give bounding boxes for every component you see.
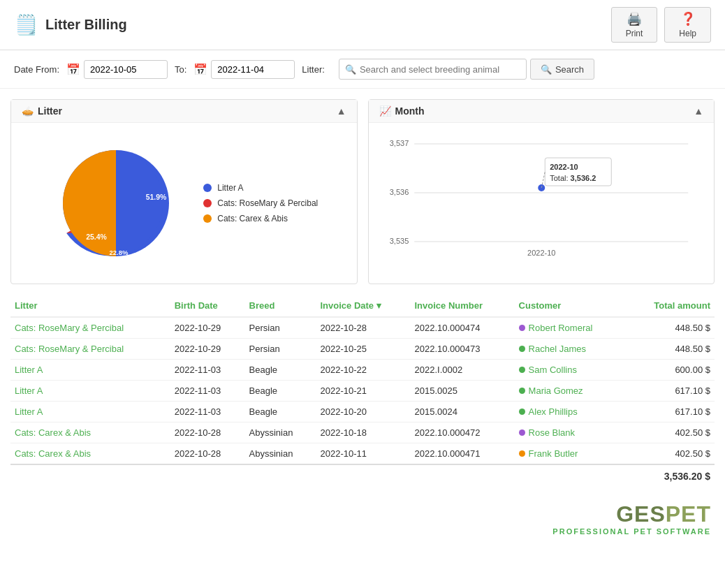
table-row: Cats: Carex & Abis 2022-10-28 Abyssinian… bbox=[10, 443, 715, 465]
cell-invoice-date: 2022-10-18 bbox=[316, 422, 410, 443]
brand-name: GESPET bbox=[552, 501, 711, 527]
cell-invoice-number: 2022.I.0002 bbox=[411, 360, 515, 381]
customer-dot bbox=[519, 409, 525, 415]
cell-invoice-date: 2022-10-28 bbox=[316, 317, 410, 339]
litter-chart-collapse[interactable]: ▲ bbox=[337, 105, 346, 117]
customer-link[interactable]: Robert Romeral bbox=[529, 323, 593, 333]
cell-birth-date: 2022-10-29 bbox=[170, 317, 245, 339]
cell-breed: Persian bbox=[245, 339, 316, 360]
litter-chart-title: 🥧 Litter bbox=[22, 105, 62, 117]
page-title: Litter Billing bbox=[45, 17, 127, 33]
cell-breed: Beagle bbox=[245, 381, 316, 402]
cell-invoice-date: 2022-10-22 bbox=[316, 360, 410, 381]
litter-link[interactable]: Litter A bbox=[15, 385, 43, 396]
customer-dot bbox=[519, 325, 525, 331]
col-breed[interactable]: Breed bbox=[245, 295, 316, 317]
total-spacer bbox=[10, 464, 627, 487]
date-to-input[interactable] bbox=[211, 60, 295, 79]
billing-table: Litter Birth Date Breed Invoice Date ▾ I… bbox=[10, 295, 715, 487]
customer-dot bbox=[519, 429, 525, 436]
table-row: Litter A 2022-11-03 Beagle 2022-10-21 20… bbox=[10, 381, 715, 402]
cell-litter: Cats: RoseMary & Percibal bbox=[10, 339, 170, 360]
cell-litter: Cats: Carex & Abis bbox=[10, 422, 170, 443]
calendar-from-icon[interactable]: 📅 bbox=[66, 63, 80, 76]
cell-total: 448.50 $ bbox=[627, 317, 715, 339]
svg-text:3,535: 3,535 bbox=[389, 237, 409, 245]
header: 🗒️ Litter Billing 🖨️ Print ❓ Help bbox=[0, 0, 725, 50]
cell-birth-date: 2022-10-29 bbox=[170, 339, 245, 360]
litter-chart-header: 🥧 Litter ▲ bbox=[11, 100, 357, 123]
litter-search-icon: 🔍 bbox=[345, 64, 356, 75]
print-button[interactable]: 🖨️ Print bbox=[611, 7, 658, 43]
cell-birth-date: 2022-10-28 bbox=[170, 443, 245, 465]
cell-invoice-number: 2022.10.000472 bbox=[411, 422, 515, 443]
help-button[interactable]: ❓ Help bbox=[664, 7, 711, 43]
line-chart-container: 3,537 3,536 3,535 2022-10 Total: 3,536.2 bbox=[369, 123, 715, 272]
cell-customer: Frank Butler bbox=[515, 443, 627, 465]
litter-search-input[interactable] bbox=[360, 64, 520, 75]
cell-birth-date: 2022-11-03 bbox=[170, 360, 245, 381]
search-button[interactable]: 🔍 Search bbox=[530, 59, 594, 80]
col-customer[interactable]: Customer bbox=[515, 295, 627, 317]
calendar-to-icon[interactable]: 📅 bbox=[193, 63, 207, 76]
customer-link[interactable]: Rose Blank bbox=[529, 427, 575, 438]
cell-breed: Beagle bbox=[245, 360, 316, 381]
charts-area: 🥧 Litter ▲ bbox=[0, 89, 725, 295]
col-total-amount[interactable]: Total amount bbox=[627, 295, 715, 317]
customer-link[interactable]: Frank Butler bbox=[529, 448, 578, 459]
legend-dot-red bbox=[203, 199, 212, 207]
cell-total: 402.50 $ bbox=[627, 443, 715, 465]
pie-legend: Litter A Cats: RoseMary & Percibal Cats:… bbox=[203, 183, 318, 223]
cell-total: 617.10 $ bbox=[627, 402, 715, 422]
customer-link[interactable]: Alex Phillips bbox=[529, 406, 578, 417]
table-area: Litter Birth Date Breed Invoice Date ▾ I… bbox=[0, 295, 725, 494]
legend-item-orange: Cats: Carex & Abis bbox=[203, 214, 318, 223]
line-chart-svg: 3,537 3,536 3,535 2022-10 Total: 3,536.2 bbox=[379, 133, 704, 259]
cell-total: 448.50 $ bbox=[627, 339, 715, 360]
month-chart-header: 📈 Month ▲ bbox=[369, 100, 715, 123]
litter-link[interactable]: Cats: Carex & Abis bbox=[15, 427, 91, 438]
brand-name-ges: GES bbox=[616, 501, 666, 527]
litter-link[interactable]: Cats: RoseMary & Percibal bbox=[15, 323, 124, 333]
brand-name-pet: PET bbox=[666, 501, 711, 527]
table-row: Cats: RoseMary & Percibal 2022-10-29 Per… bbox=[10, 339, 715, 360]
month-chart-card: 📈 Month ▲ 3,537 3,536 3,535 bbox=[368, 99, 715, 284]
grand-total-row: 3,536.20 $ bbox=[10, 464, 715, 487]
date-from-label: Date From: bbox=[14, 64, 59, 75]
help-label: Help bbox=[679, 29, 696, 38]
table-head: Litter Birth Date Breed Invoice Date ▾ I… bbox=[10, 295, 715, 317]
customer-dot bbox=[519, 346, 525, 352]
brand-sub-word2: PET SOFTWARE bbox=[634, 527, 711, 536]
month-chart-collapse[interactable]: ▲ bbox=[694, 105, 703, 117]
customer-dot bbox=[519, 388, 525, 394]
search-btn-label: Search bbox=[555, 64, 584, 75]
customer-link[interactable]: Sam Collins bbox=[529, 365, 577, 375]
litter-link[interactable]: Cats: RoseMary & Percibal bbox=[15, 344, 124, 354]
svg-text:2022-10: 2022-10 bbox=[550, 163, 578, 171]
litter-link[interactable]: Litter A bbox=[15, 406, 43, 417]
table-body: Cats: RoseMary & Percibal 2022-10-29 Per… bbox=[10, 317, 715, 464]
cell-litter: Litter A bbox=[10, 402, 170, 422]
col-birth-date[interactable]: Birth Date bbox=[170, 295, 245, 317]
svg-text:3,537: 3,537 bbox=[389, 139, 409, 147]
legend-dot-a bbox=[203, 184, 212, 192]
date-from-input[interactable] bbox=[84, 60, 168, 79]
cell-invoice-date: 2022-10-20 bbox=[316, 402, 410, 422]
customer-link[interactable]: Rachel James bbox=[529, 344, 586, 354]
litter-link[interactable]: Cats: Carex & Abis bbox=[15, 448, 91, 459]
litter-link[interactable]: Litter A bbox=[15, 365, 43, 375]
col-invoice-number[interactable]: Invoice Number bbox=[411, 295, 515, 317]
cell-invoice-date: 2022-10-21 bbox=[316, 381, 410, 402]
cell-litter: Cats: Carex & Abis bbox=[10, 443, 170, 465]
cell-total: 617.10 $ bbox=[627, 381, 715, 402]
litter-label: Litter: bbox=[302, 64, 325, 75]
cell-total: 402.50 $ bbox=[627, 422, 715, 443]
customer-link[interactable]: Maria Gomez bbox=[529, 385, 583, 396]
month-chart-title: 📈 Month bbox=[379, 105, 425, 117]
brand-subtitle: PROFESSIONAL PET SOFTWARE bbox=[552, 527, 711, 536]
col-invoice-date[interactable]: Invoice Date ▾ bbox=[316, 295, 410, 317]
cell-litter: Litter A bbox=[10, 360, 170, 381]
table-row: Cats: RoseMary & Percibal 2022-10-29 Per… bbox=[10, 317, 715, 339]
col-litter[interactable]: Litter bbox=[10, 295, 170, 317]
cell-customer: Rachel James bbox=[515, 339, 627, 360]
